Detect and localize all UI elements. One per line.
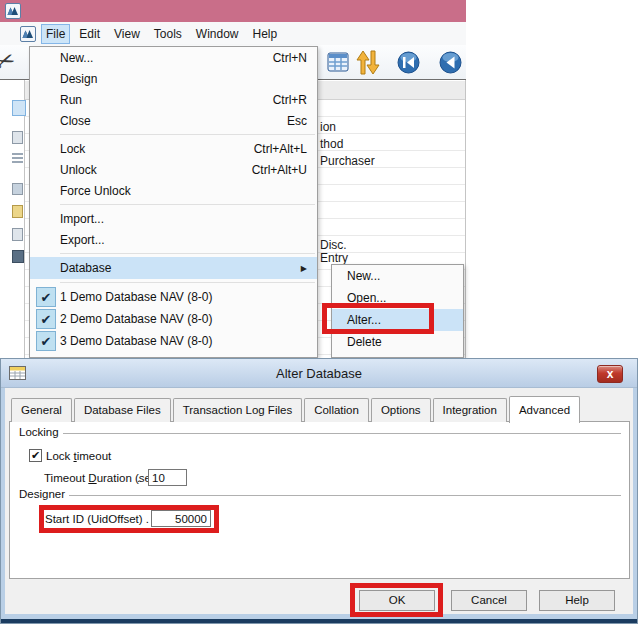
lock-timeout-label: Lock timeout [46,450,111,462]
menu-separator [60,204,315,205]
window-right-edge [465,80,466,358]
file-menu-item-force-unlock[interactable]: Force Unlock [30,180,317,201]
tab-database-files[interactable]: Database Files [74,398,171,422]
menu-separator [60,282,315,283]
ok-button[interactable]: OK [359,590,435,611]
menu-separator [60,253,315,254]
tree-item-icon [12,153,23,165]
timeout-duration-input[interactable] [148,469,187,486]
help-button[interactable]: Help [539,590,615,611]
nav-app-icon [5,3,21,19]
file-menu-item-design[interactable]: Design [30,68,317,89]
menu-view[interactable]: View [109,24,145,44]
menubar: File Edit View Tools Window Help [0,22,466,45]
shortcut: Ctrl+N [273,51,307,65]
file-menu-item-new[interactable]: New...Ctrl+N [30,47,317,68]
bg-text-fragment: Purchaser [320,154,375,168]
dialog-title: Alter Database [1,359,637,388]
shortcut: Ctrl+Alt+U [252,163,307,177]
database-submenu: New... Open... Alter... Delete Close [331,264,464,358]
dialog-tabs: General Database Files Transaction Log F… [11,395,582,422]
menu-window[interactable]: Window [191,24,244,44]
file-menu-item-unlock[interactable]: UnlockCtrl+Alt+U [30,159,317,180]
file-menu-item-run[interactable]: RunCtrl+R [30,89,317,110]
shortcut: Ctrl+Alt+L [254,142,307,156]
file-menu-item-database-1[interactable]: ✔1 Demo Database NAV (8-0) [30,286,317,308]
lock-timeout-checkbox[interactable]: ✔ [29,449,42,462]
first-record-icon[interactable] [397,51,420,78]
close-icon[interactable]: x [597,365,623,383]
advanced-tab-page [9,421,630,579]
start-id-label: Start ID (UidOffset) . . . [45,513,162,525]
dialog-frame-edge [1,619,637,623]
start-id-input[interactable] [151,510,211,527]
menu-separator [60,134,315,135]
tree-item-icon [12,205,23,218]
file-menu-item-export[interactable]: Export... [30,229,317,250]
submenu-item-alter[interactable]: Alter... [332,309,463,331]
menu-tools[interactable]: Tools [149,24,187,44]
tree-item-icon [12,183,23,195]
group-line [61,495,621,496]
bg-text-fragment: Entry [320,251,348,265]
bg-text-fragment: thod [320,137,343,151]
cancel-button[interactable]: Cancel [451,590,527,611]
window-menu-icon[interactable] [20,26,36,42]
cut-icon[interactable]: ✂ [0,45,19,79]
tab-advanced[interactable]: Advanced [509,396,580,423]
file-menu-item-lock[interactable]: LockCtrl+Alt+L [30,138,317,159]
check-icon: ✔ [36,331,56,351]
check-icon: ✔ [36,287,56,307]
check-icon: ✔ [36,309,56,329]
panel-divider [24,80,25,358]
submenu-item-new[interactable]: New... [332,265,463,287]
menu-help[interactable]: Help [248,24,283,44]
dialog-titlebar: Alter Database x [1,359,637,388]
tab-general[interactable]: General [11,398,72,422]
submenu-item-open[interactable]: Open... [332,287,463,309]
bg-text-fragment: ion [320,120,336,134]
bg-text-fragment: Disc. [320,238,347,252]
group-label-designer: Designer [19,488,69,500]
submenu-item-delete[interactable]: Delete [332,331,463,353]
dialog-frame-left [1,388,5,615]
menu-file[interactable]: File [41,24,70,44]
tab-integration[interactable]: Integration [433,398,507,422]
previous-record-icon[interactable] [439,51,462,78]
tab-collation[interactable]: Collation [304,398,369,422]
group-line [57,433,621,434]
sort-arrows-icon[interactable] [353,49,381,80]
tree-item-icon [12,250,24,263]
submenu-arrow-icon: ▶ [301,264,307,273]
alter-database-dialog: Alter Database x General Database Files … [0,358,638,624]
app-titlebar [0,0,466,22]
dialog-frame-right [633,388,637,615]
tree-item-icon [12,100,26,116]
tab-transaction-log-files[interactable]: Transaction Log Files [173,398,303,422]
tab-options[interactable]: Options [371,398,431,422]
timeout-duration-label: Timeout Duration (sec) [44,472,161,484]
table-list-icon[interactable] [327,51,349,77]
menu-edit[interactable]: Edit [74,24,105,44]
tree-item-icon [12,228,23,241]
file-menu-item-database-2[interactable]: ✔2 Demo Database NAV (8-0) [30,308,317,330]
file-menu: New...Ctrl+N Design RunCtrl+R CloseEsc L… [29,46,318,358]
file-menu-item-close[interactable]: CloseEsc [30,110,317,131]
file-menu-item-import[interactable]: Import... [30,208,317,229]
group-label-locking: Locking [19,426,63,438]
shortcut: Ctrl+R [273,93,307,107]
screenshot-root: File Edit View Tools Window Help ✂ [0,0,638,626]
shortcut: Esc [287,114,307,128]
filler-dots: . [137,472,140,484]
file-menu-item-database-3[interactable]: ✔3 Demo Database NAV (8-0) [30,330,317,352]
tree-item-icon [12,131,23,144]
file-menu-item-database[interactable]: Database▶ [30,257,317,279]
